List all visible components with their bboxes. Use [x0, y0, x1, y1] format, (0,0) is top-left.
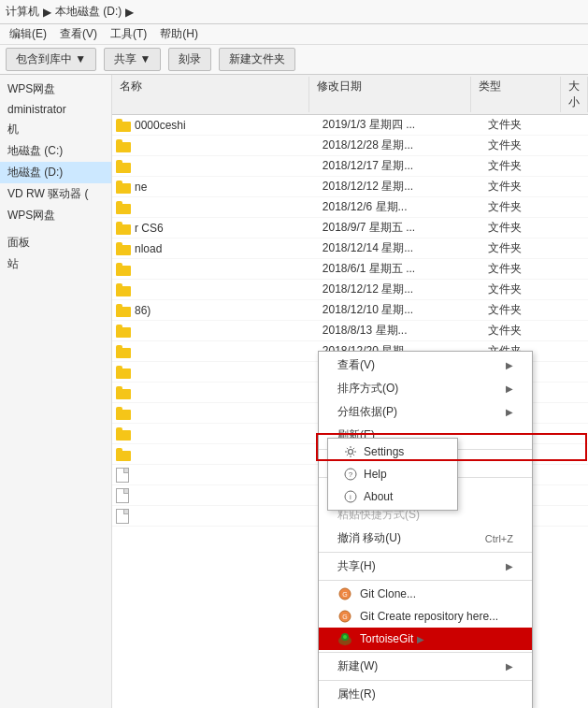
file-name [112, 160, 315, 173]
table-row[interactable]: 2018/12/12 星期... 文件夹 [112, 280, 588, 300]
svg-point-7 [349, 450, 353, 455]
table-row[interactable]: 2018/12/28 星期... 文件夹 [112, 136, 588, 156]
context-menu: 查看(V) ▶ 排序方式(O) ▶ 分组依据(P) ▶ 刷新(E) 自定义文件夹… [318, 351, 533, 708]
ctx-share[interactable]: 共享(H) ▶ [319, 555, 532, 578]
table-row[interactable]: nload 2018/12/14 星期... 文件夹 [112, 238, 588, 259]
file-date: 2018/12/12 星期... [315, 282, 481, 297]
ctx-new[interactable]: 新建(W) ▶ [319, 655, 532, 678]
share-button[interactable]: 共享 ▼ [104, 48, 161, 71]
menu-edit[interactable]: 编辑(E) [4, 24, 52, 44]
sidebar-item-wps2[interactable]: WPS网盘 [0, 205, 111, 226]
table-row[interactable]: 2018/12/6 星期... 文件夹 [112, 197, 588, 218]
sidebar-item-panel[interactable]: 面板 [0, 232, 111, 253]
sidebar-item-wps[interactable]: WPS网盘 [0, 79, 111, 100]
col-type[interactable]: 类型 [471, 77, 561, 112]
explorer-window: 计算机 ▶ 本地磁盘 (D:) ▶ 编辑(E) 查看(V) 工具(T) 帮助(H… [0, 0, 588, 708]
menu-tools[interactable]: 工具(T) [105, 24, 152, 44]
folder-icon [116, 345, 131, 358]
address-part-1[interactable]: 计算机 [6, 4, 39, 20]
submenu-settings[interactable]: Settings [328, 441, 457, 463]
file-type: 文件夹 [480, 240, 573, 256]
file-date: 2018/12/10 星期... [315, 302, 481, 318]
col-size[interactable]: 大小 [561, 77, 588, 112]
file-type: 文件夹 [480, 261, 573, 277]
folder-icon [116, 325, 131, 338]
ctx-sort[interactable]: 排序方式(O) ▶ [319, 377, 532, 400]
ctx-arrow-sort: ▶ [506, 383, 513, 394]
table-row[interactable]: 2018/8/13 星期... 文件夹 [112, 321, 588, 341]
file-name [112, 283, 315, 296]
file-type: 文件夹 [480, 117, 573, 133]
file-type: 文件夹 [480, 282, 573, 297]
file-type: 文件夹 [480, 302, 573, 318]
file-date: 2018/12/14 星期... [315, 240, 481, 256]
ctx-view[interactable]: 查看(V) ▶ [319, 354, 532, 377]
file-name [112, 509, 315, 524]
ctx-undo[interactable]: 撤消 移动(U) Ctrl+Z [319, 527, 532, 550]
file-type: 文件夹 [480, 220, 573, 236]
table-row[interactable]: 2018/6/1 星期五 ... 文件夹 [112, 259, 588, 280]
git-clone-icon: G [337, 586, 352, 601]
submenu-about[interactable]: i About [328, 485, 457, 508]
file-name [112, 407, 315, 420]
help-icon: ? [343, 467, 358, 482]
folder-icon [116, 283, 131, 296]
ctx-sep-4 [319, 580, 532, 581]
file-type: 文件夹 [480, 199, 573, 215]
table-row[interactable]: 0000ceshi 2019/1/3 星期四 ... 文件夹 [112, 115, 588, 136]
folder-icon [116, 201, 131, 214]
sidebar-item-drive-d[interactable]: 地磁盘 (D:) [0, 162, 111, 183]
address-sep-1: ▶ [43, 6, 51, 19]
help-label: Help [364, 468, 387, 481]
sidebar-item-dvd[interactable]: VD RW 驱动器 ( [0, 183, 111, 205]
menu-help[interactable]: 帮助(H) [154, 24, 204, 44]
file-name: nload [112, 242, 315, 255]
file-name [112, 345, 315, 358]
file-icon [116, 509, 129, 524]
ctx-properties[interactable]: 属性(R) [319, 683, 532, 706]
content-area: WPS网盘 dministrator 机 地磁盘 (C:) 地磁盘 (D:) V… [0, 75, 588, 708]
file-name: 86) [112, 304, 315, 317]
ctx-git-clone[interactable]: G Git Clone... [319, 583, 532, 605]
file-date: 2018/8/13 星期... [315, 323, 481, 339]
file-name [112, 427, 315, 441]
svg-text:G: G [342, 614, 347, 620]
git-create-icon: G [337, 609, 352, 624]
table-row[interactable]: r CS6 2018/9/7 星期五 ... 文件夹 [112, 218, 588, 238]
column-headers: 名称 修改日期 类型 大小 [112, 75, 588, 115]
include-library-button[interactable]: 包含到库中 ▼ [6, 48, 96, 71]
folder-icon [116, 366, 131, 379]
ctx-group[interactable]: 分组依据(P) ▶ [319, 400, 532, 424]
sidebar-item-site[interactable]: 站 [0, 253, 111, 275]
file-name: 0000ceshi [112, 119, 315, 132]
new-folder-button[interactable]: 新建文件夹 [219, 48, 295, 71]
ctx-git-create[interactable]: G Git Create repository here... [319, 605, 532, 628]
menu-bar: 编辑(E) 查看(V) 工具(T) 帮助(H) [0, 24, 588, 45]
sidebar-item-administrator[interactable]: dministrator [0, 100, 111, 119]
file-name: r CS6 [112, 222, 315, 235]
ctx-arrow-tortoise: ▶ [417, 634, 424, 644]
submenu-help[interactable]: ? Help [328, 463, 457, 485]
table-row[interactable]: 2018/12/17 星期... 文件夹 [112, 156, 588, 177]
address-part-2[interactable]: 本地磁盘 (D:) [55, 4, 122, 20]
table-row[interactable]: 86) 2018/12/10 星期... 文件夹 [112, 300, 588, 321]
ctx-tortoisegit[interactable]: TortoiseGit ▶ [319, 628, 532, 650]
file-list: 名称 修改日期 类型 大小 0000ceshi 2019/1/3 星期四 ...… [112, 75, 588, 708]
folder-icon [116, 427, 131, 441]
svg-text:i: i [350, 493, 351, 501]
file-type: 文件夹 [480, 179, 573, 195]
sidebar-item-computer[interactable]: 机 [0, 119, 111, 140]
folder-icon [116, 222, 131, 235]
sidebar-item-drive-c[interactable]: 地磁盘 (C:) [0, 140, 111, 162]
col-date[interactable]: 修改日期 [309, 77, 471, 112]
svg-text:?: ? [349, 470, 353, 479]
col-name[interactable]: 名称 [112, 77, 309, 112]
ctx-arrow-new: ▶ [506, 661, 513, 672]
folder-icon [116, 386, 131, 399]
ctx-arrow-share: ▶ [506, 561, 513, 571]
svg-text:G: G [342, 591, 347, 598]
ctx-sep-3 [319, 552, 532, 553]
menu-view[interactable]: 查看(V) [54, 24, 103, 44]
burn-button[interactable]: 刻录 [168, 48, 211, 71]
table-row[interactable]: ne 2018/12/12 星期... 文件夹 [112, 177, 588, 197]
